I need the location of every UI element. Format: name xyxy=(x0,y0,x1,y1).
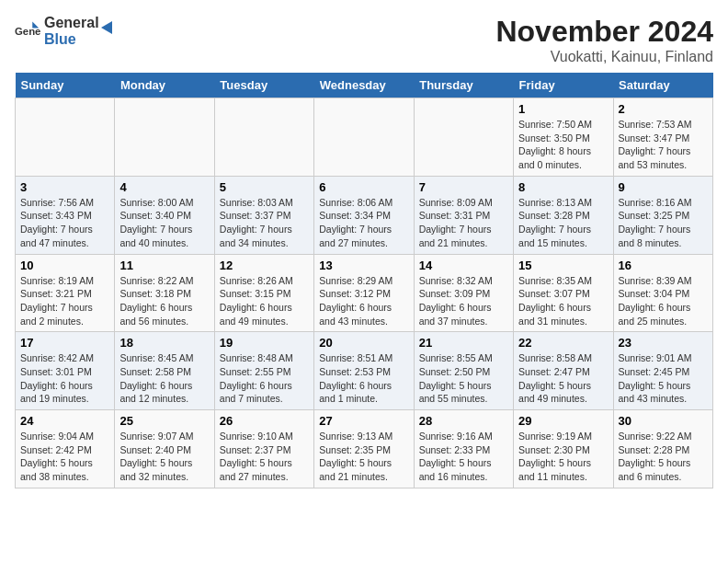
day-detail: Sunrise: 8:39 AM Sunset: 3:04 PM Dayligh… xyxy=(619,274,708,328)
day-number: 1 xyxy=(518,102,608,116)
day-detail: Sunrise: 7:56 AM Sunset: 3:43 PM Dayligh… xyxy=(20,196,109,250)
calendar-cell-week3-day0: 17Sunrise: 8:42 AM Sunset: 3:01 PM Dayli… xyxy=(16,332,115,410)
day-detail: Sunrise: 9:01 AM Sunset: 2:45 PM Dayligh… xyxy=(619,351,708,406)
day-number: 27 xyxy=(319,414,408,428)
calendar-cell-week2-day5: 15Sunrise: 8:35 AM Sunset: 3:07 PM Dayli… xyxy=(514,254,613,332)
calendar-cell-week2-day4: 14Sunrise: 8:32 AM Sunset: 3:09 PM Dayli… xyxy=(414,254,513,332)
day-detail: Sunrise: 8:22 AM Sunset: 3:18 PM Dayligh… xyxy=(119,274,209,328)
weekday-header-thursday: Thursday xyxy=(414,73,513,98)
day-number: 17 xyxy=(20,336,109,350)
day-number: 6 xyxy=(319,180,408,194)
day-number: 11 xyxy=(119,259,209,272)
calendar-cell-week1-day5: 8Sunrise: 8:13 AM Sunset: 3:28 PM Daylig… xyxy=(514,176,613,254)
day-number: 4 xyxy=(119,180,209,194)
calendar-cell-week2-day3: 13Sunrise: 8:29 AM Sunset: 3:12 PM Dayli… xyxy=(314,254,414,332)
day-number: 21 xyxy=(419,336,508,350)
day-number: 18 xyxy=(119,336,209,350)
page-header: General General Blue November 2024 Vuoka… xyxy=(15,15,713,65)
weekday-header-monday: Monday xyxy=(115,73,214,98)
day-detail: Sunrise: 8:09 AM Sunset: 3:31 PM Dayligh… xyxy=(419,196,508,250)
calendar-cell-week1-day2: 5Sunrise: 8:03 AM Sunset: 3:37 PM Daylig… xyxy=(214,176,313,254)
weekday-header-saturday: Saturday xyxy=(613,73,712,98)
title-block: November 2024 Vuokatti, Kainuu, Finland xyxy=(495,15,713,65)
weekday-header-tuesday: Tuesday xyxy=(214,73,313,98)
day-detail: Sunrise: 8:26 AM Sunset: 3:15 PM Dayligh… xyxy=(220,274,309,328)
day-detail: Sunrise: 8:42 AM Sunset: 3:01 PM Dayligh… xyxy=(20,351,109,406)
day-number: 14 xyxy=(419,259,508,272)
calendar-cell-week2-day2: 12Sunrise: 8:26 AM Sunset: 3:15 PM Dayli… xyxy=(214,254,313,332)
calendar-cell-week0-day4 xyxy=(414,98,513,177)
calendar-week-row-4: 24Sunrise: 9:04 AM Sunset: 2:42 PM Dayli… xyxy=(16,410,713,488)
calendar-cell-week0-day6: 2Sunrise: 7:53 AM Sunset: 3:47 PM Daylig… xyxy=(613,98,712,177)
calendar-cell-week0-day2 xyxy=(214,98,313,177)
day-number: 7 xyxy=(419,180,508,194)
day-detail: Sunrise: 9:04 AM Sunset: 2:42 PM Dayligh… xyxy=(20,430,109,484)
calendar-cell-week4-day1: 25Sunrise: 9:07 AM Sunset: 2:40 PM Dayli… xyxy=(115,410,214,488)
calendar-title: November 2024 xyxy=(495,15,713,49)
calendar-cell-week1-day6: 9Sunrise: 8:16 AM Sunset: 3:25 PM Daylig… xyxy=(613,176,712,254)
day-detail: Sunrise: 7:53 AM Sunset: 3:47 PM Dayligh… xyxy=(619,118,708,172)
calendar-table: SundayMondayTuesdayWednesdayThursdayFrid… xyxy=(15,73,713,488)
day-detail: Sunrise: 7:50 AM Sunset: 3:50 PM Dayligh… xyxy=(518,118,608,172)
day-number: 29 xyxy=(518,414,608,428)
day-detail: Sunrise: 9:10 AM Sunset: 2:37 PM Dayligh… xyxy=(220,430,309,484)
day-number: 24 xyxy=(20,414,109,428)
day-detail: Sunrise: 9:07 AM Sunset: 2:40 PM Dayligh… xyxy=(119,430,209,484)
calendar-cell-week0-day3 xyxy=(314,98,414,177)
day-number: 25 xyxy=(119,414,209,428)
day-number: 22 xyxy=(518,336,608,350)
calendar-cell-week0-day0 xyxy=(16,98,115,177)
weekday-header-sunday: Sunday xyxy=(16,73,115,98)
logo-general: General xyxy=(44,15,99,31)
day-number: 9 xyxy=(619,180,708,194)
logo-icon: General xyxy=(15,18,40,44)
day-number: 15 xyxy=(518,259,608,272)
day-detail: Sunrise: 8:32 AM Sunset: 3:09 PM Dayligh… xyxy=(419,274,508,328)
day-number: 3 xyxy=(20,180,109,194)
calendar-cell-week1-day3: 6Sunrise: 8:06 AM Sunset: 3:34 PM Daylig… xyxy=(314,176,414,254)
calendar-cell-week4-day4: 28Sunrise: 9:16 AM Sunset: 2:33 PM Dayli… xyxy=(414,410,513,488)
calendar-cell-week4-day3: 27Sunrise: 9:13 AM Sunset: 2:35 PM Dayli… xyxy=(314,410,414,488)
svg-marker-2 xyxy=(101,21,112,34)
weekday-header-friday: Friday xyxy=(514,73,613,98)
calendar-cell-week3-day4: 21Sunrise: 8:55 AM Sunset: 2:50 PM Dayli… xyxy=(414,332,513,410)
day-detail: Sunrise: 9:19 AM Sunset: 2:30 PM Dayligh… xyxy=(518,430,608,484)
calendar-cell-week1-day1: 4Sunrise: 8:00 AM Sunset: 3:40 PM Daylig… xyxy=(115,176,214,254)
day-number: 8 xyxy=(518,180,608,194)
calendar-cell-week0-day1 xyxy=(115,98,214,177)
day-detail: Sunrise: 8:13 AM Sunset: 3:28 PM Dayligh… xyxy=(518,196,608,250)
calendar-week-row-0: 1Sunrise: 7:50 AM Sunset: 3:50 PM Daylig… xyxy=(16,98,713,177)
calendar-cell-week2-day1: 11Sunrise: 8:22 AM Sunset: 3:18 PM Dayli… xyxy=(115,254,214,332)
day-detail: Sunrise: 8:51 AM Sunset: 2:53 PM Dayligh… xyxy=(319,351,408,406)
calendar-cell-week4-day2: 26Sunrise: 9:10 AM Sunset: 2:37 PM Dayli… xyxy=(214,410,313,488)
calendar-week-row-1: 3Sunrise: 7:56 AM Sunset: 3:43 PM Daylig… xyxy=(16,176,713,254)
calendar-cell-week2-day6: 16Sunrise: 8:39 AM Sunset: 3:04 PM Dayli… xyxy=(613,254,712,332)
calendar-cell-week1-day4: 7Sunrise: 8:09 AM Sunset: 3:31 PM Daylig… xyxy=(414,176,513,254)
day-number: 30 xyxy=(619,414,708,428)
day-detail: Sunrise: 8:06 AM Sunset: 3:34 PM Dayligh… xyxy=(319,196,408,250)
weekday-header-row: SundayMondayTuesdayWednesdayThursdayFrid… xyxy=(16,73,713,98)
day-detail: Sunrise: 8:29 AM Sunset: 3:12 PM Dayligh… xyxy=(319,274,408,328)
day-number: 20 xyxy=(319,336,408,350)
logo-arrow-icon xyxy=(96,17,116,38)
calendar-subtitle: Vuokatti, Kainuu, Finland xyxy=(495,49,713,65)
weekday-header-wednesday: Wednesday xyxy=(314,73,414,98)
day-number: 12 xyxy=(220,259,309,272)
calendar-cell-week3-day6: 23Sunrise: 9:01 AM Sunset: 2:45 PM Dayli… xyxy=(613,332,712,410)
logo: General General Blue xyxy=(15,15,116,47)
day-detail: Sunrise: 8:55 AM Sunset: 2:50 PM Dayligh… xyxy=(419,351,508,406)
calendar-cell-week4-day5: 29Sunrise: 9:19 AM Sunset: 2:30 PM Dayli… xyxy=(514,410,613,488)
day-number: 2 xyxy=(619,102,708,116)
day-number: 19 xyxy=(220,336,309,350)
day-detail: Sunrise: 8:03 AM Sunset: 3:37 PM Dayligh… xyxy=(220,196,309,250)
day-detail: Sunrise: 8:00 AM Sunset: 3:40 PM Dayligh… xyxy=(119,196,209,250)
day-detail: Sunrise: 8:19 AM Sunset: 3:21 PM Dayligh… xyxy=(20,274,109,328)
day-detail: Sunrise: 8:16 AM Sunset: 3:25 PM Dayligh… xyxy=(619,196,708,250)
day-number: 5 xyxy=(220,180,309,194)
day-number: 13 xyxy=(319,259,408,272)
calendar-cell-week4-day0: 24Sunrise: 9:04 AM Sunset: 2:42 PM Dayli… xyxy=(16,410,115,488)
day-number: 28 xyxy=(419,414,508,428)
day-detail: Sunrise: 9:22 AM Sunset: 2:28 PM Dayligh… xyxy=(619,430,708,484)
calendar-cell-week4-day6: 30Sunrise: 9:22 AM Sunset: 2:28 PM Dayli… xyxy=(613,410,712,488)
calendar-cell-week1-day0: 3Sunrise: 7:56 AM Sunset: 3:43 PM Daylig… xyxy=(16,176,115,254)
